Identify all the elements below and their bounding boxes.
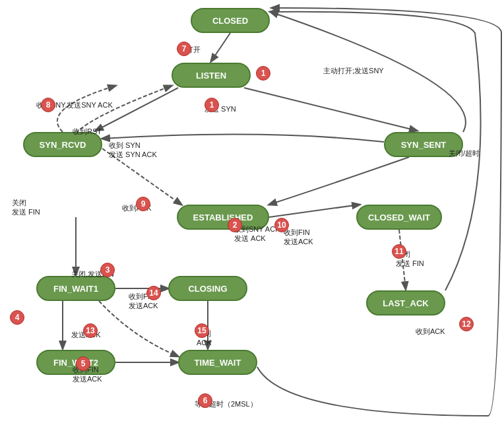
badge-b1a: 1: [256, 66, 270, 81]
badge-b5: 5: [76, 356, 90, 371]
label-lbl_rcv_fin_sendack_10: 收到FIN 发送ACK: [284, 228, 313, 247]
state-fin_wait1: FIN_WAIT1: [36, 276, 115, 301]
badge-b9: 9: [136, 197, 150, 211]
label-lbl_close_timeout: 关闭/超时: [449, 149, 480, 158]
label-lbl_rcv_rst: 收到RST: [73, 127, 102, 136]
badge-b3: 3: [100, 263, 115, 277]
label-lbl_active_open: 主动打开;发送SNY: [323, 66, 384, 75]
state-last_ack: LAST_ACK: [366, 290, 445, 315]
badge-b2: 2: [228, 218, 242, 232]
label-lbl_rcv_ack_12: 收到ACK: [416, 327, 445, 336]
badge-b14: 14: [146, 286, 161, 300]
label-lbl_close_fin: 关闭 发送 FIN: [12, 198, 40, 217]
tcp-state-diagram: CLOSEDLISTENSYN_RCVDSYN_SENTESTABLISHEDF…: [0, 0, 504, 431]
badge-b4: 4: [10, 310, 24, 325]
state-closing: CLOSING: [168, 276, 247, 301]
state-listen: LISTEN: [172, 63, 251, 88]
label-lbl_rcv_syn_send_synack: 收到 SYN 发送 SYN ACK: [109, 141, 157, 160]
badge-b11: 11: [392, 244, 406, 259]
badge-b15: 15: [195, 323, 209, 338]
badge-b12: 12: [459, 317, 474, 331]
badge-b1b: 1: [205, 98, 219, 112]
state-closed_wait: CLOSED_WAIT: [356, 205, 442, 230]
badge-b7: 7: [177, 42, 191, 56]
state-closed: CLOSED: [191, 8, 270, 33]
state-time_wait: TIME_WAIT: [178, 350, 257, 375]
badge-b6: 6: [198, 393, 212, 408]
svg-line-2: [244, 88, 417, 131]
svg-line-0: [211, 33, 230, 61]
svg-line-5: [269, 205, 360, 217]
badge-b13: 13: [83, 323, 98, 338]
badge-b10: 10: [274, 218, 289, 232]
badge-b8: 8: [41, 98, 55, 112]
